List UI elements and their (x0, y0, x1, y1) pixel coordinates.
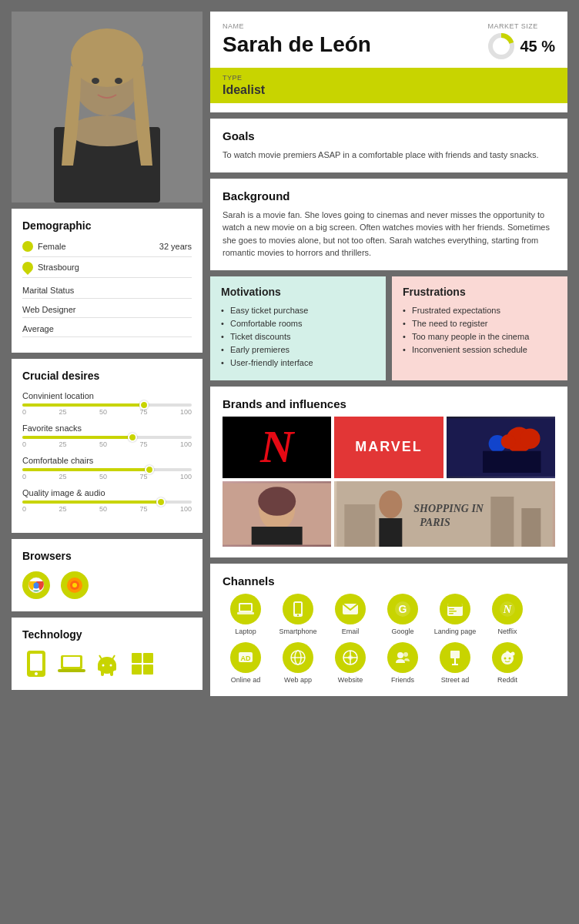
brands-grid: N MARVEL (223, 417, 555, 547)
webapp-channel-icon (283, 642, 313, 673)
spiderman-brand (447, 417, 555, 478)
svg-point-82 (397, 652, 403, 658)
slider-chairs-label: Comfortable chairs (22, 456, 192, 465)
list-item: Frustrated expectations (403, 306, 557, 315)
chrome-icon (22, 571, 50, 599)
motivations-title: Motivations (221, 286, 375, 298)
browsers-title: Browsers (22, 550, 192, 562)
channel-google-label: Google (391, 628, 413, 637)
slider-location-label: Convinient location (22, 391, 192, 400)
channel-email-label: Email (342, 628, 360, 637)
shopping-image: SHOPPING IN PARIS (334, 481, 555, 547)
channel-street-ad-label: Street ad (441, 676, 470, 685)
svg-rect-51 (522, 508, 541, 547)
svg-point-17 (35, 672, 38, 675)
svg-rect-84 (450, 651, 460, 658)
channel-laptop-label: Laptop (235, 628, 256, 637)
header-top-row: NAME Sarah de León MARKET SIZE 45 % (223, 22, 555, 60)
slider-location-track[interactable] (22, 403, 192, 407)
channel-netflix-label: Netflix (497, 628, 517, 637)
channel-friends: Friends (380, 642, 426, 685)
svg-rect-33 (132, 665, 142, 675)
laptop-channel-icon (230, 594, 261, 624)
netflix-brand: N (223, 417, 331, 478)
marital-status-field: Marital Status (22, 283, 192, 299)
svg-point-53 (380, 490, 403, 518)
technology-title: Technology (22, 628, 192, 641)
name-block: NAME Sarah de León (223, 22, 371, 57)
market-size-block: MARKET SIZE 45 % (487, 22, 555, 60)
svg-rect-58 (240, 604, 251, 611)
celebrity-brand (223, 481, 331, 547)
svg-point-88 (504, 658, 507, 660)
landing-channel-icon (440, 594, 470, 624)
profile-photo (12, 12, 202, 203)
location-icon (20, 259, 35, 275)
svg-rect-43 (483, 450, 541, 472)
svg-rect-54 (380, 518, 403, 547)
smartphone-tech-icon (22, 650, 50, 678)
svg-line-26 (112, 655, 115, 659)
channel-reddit: Reddit (484, 642, 530, 685)
channel-email: Email (327, 594, 373, 637)
marvel-logo: MARVEL (349, 436, 429, 458)
frustrations-title: Frustrations (403, 286, 557, 298)
svg-rect-19 (63, 657, 80, 667)
svg-point-14 (72, 583, 77, 588)
crucial-desires-card: Crucial desires Convinient location 0255… (12, 359, 202, 533)
spiderman-image (447, 417, 555, 478)
type-value: Idealist (223, 83, 555, 97)
channel-reddit-label: Reddit (497, 676, 517, 685)
slider-snacks-track[interactable] (22, 436, 192, 439)
channel-landing-label: Landing page (434, 628, 477, 637)
demographic-card: Demographic Female 32 years Strasbourg M… (12, 209, 202, 353)
market-pct-value: 45 % (520, 38, 555, 55)
svg-rect-32 (143, 653, 153, 663)
svg-point-24 (110, 665, 112, 667)
channel-webapp-label: Web app (284, 676, 312, 685)
channel-laptop: Laptop (223, 594, 269, 637)
list-item: Comfortable rooms (221, 319, 375, 328)
netflix-channel-icon: N (492, 594, 523, 624)
reddit-channel-icon (492, 642, 523, 673)
svg-point-40 (520, 428, 540, 448)
motiv-frust-row: Motivations Easy ticket purchase Comfort… (210, 276, 567, 380)
smartphone-channel-icon (283, 594, 313, 624)
shopping-brand: SHOPPING IN PARIS (334, 481, 555, 547)
list-item: Too many people in the cinema (403, 332, 557, 341)
svg-rect-52 (345, 504, 376, 547)
browsers-card: Browsers (12, 539, 202, 611)
svg-rect-70 (449, 613, 453, 614)
slider-chairs-track[interactable] (22, 468, 192, 471)
svg-rect-16 (30, 654, 42, 671)
slider-chairs: Comfortable chairs 0255075100 (22, 456, 192, 480)
website-channel-icon (335, 642, 366, 673)
email-channel-icon (335, 594, 366, 624)
right-column: NAME Sarah de León MARKET SIZE 45 % (210, 12, 567, 912)
list-item: Ticket discounts (221, 332, 375, 341)
svg-rect-69 (449, 611, 457, 612)
windows-icon (129, 650, 156, 678)
slider-snacks-label: Favorite snacks (22, 424, 192, 433)
online-ad-channel-icon: AD (230, 642, 261, 673)
goals-title: Goals (223, 129, 555, 142)
channel-website-label: Website (338, 676, 363, 685)
svg-rect-34 (143, 665, 153, 675)
channels-grid: Laptop Smartphone (223, 594, 555, 685)
crucial-desires-title: Crucial desires (22, 370, 192, 382)
netflix-logo: N (260, 420, 293, 474)
slider-audio-track[interactable] (22, 500, 192, 504)
svg-rect-27 (98, 665, 101, 671)
motivations-list: Easy ticket purchase Comfortable rooms T… (221, 306, 375, 367)
job-field: Web Designer (22, 302, 192, 318)
slider-ticks: 0255075100 (22, 408, 192, 416)
frustrations-card: Frustrations Frustrated expectations The… (392, 276, 567, 380)
channel-website: Website (327, 642, 373, 685)
header-card: NAME Sarah de León MARKET SIZE 45 % (210, 12, 567, 112)
street-ad-channel-icon (440, 642, 470, 673)
laptop-tech-icon (58, 650, 85, 678)
slider-snacks-ticks: 0255075100 (22, 440, 192, 448)
slider-audio-label: Quality image & audio (22, 488, 192, 497)
slider-audio-ticks: 0255075100 (22, 505, 192, 513)
friends-channel-icon (387, 642, 418, 673)
